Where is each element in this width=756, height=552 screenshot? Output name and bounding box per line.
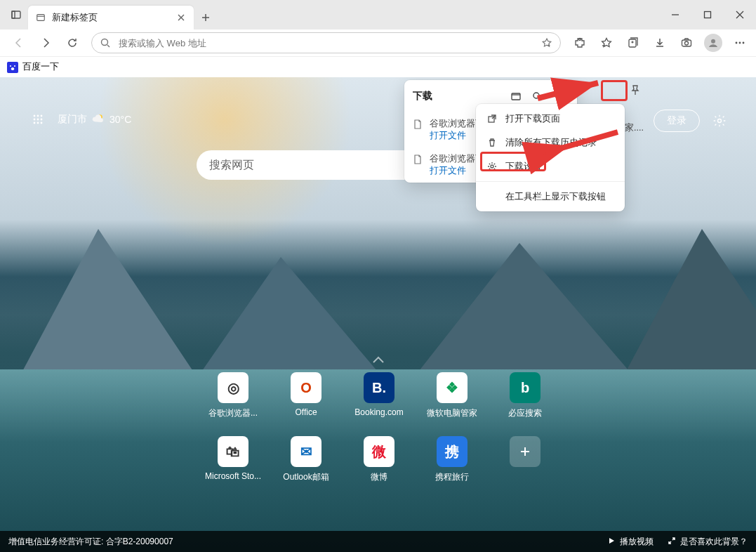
play-icon: [607, 537, 616, 547]
window-close-button[interactable]: [724, 0, 756, 29]
quick-link-tile[interactable]: ◎谷歌浏览器...: [197, 372, 270, 419]
svg-point-11: [739, 42, 741, 44]
svg-rect-3: [705, 12, 711, 18]
quick-link-tile[interactable]: B.Booking.com: [343, 372, 416, 419]
expand-caret-icon[interactable]: [371, 353, 386, 371]
svg-point-24: [718, 119, 722, 123]
footer-license: 增值电信业务经营许可证: 合字B2-20090007: [8, 536, 173, 548]
footer-like-background[interactable]: 是否喜欢此背景？: [668, 536, 748, 548]
bookmark-favicon-icon: [7, 62, 18, 73]
menu-separator: [476, 181, 625, 182]
plus-icon: [510, 436, 541, 467]
ntp-footer: 增值电信业务经营许可证: 合字B2-20090007 播放视频 是否喜欢此背景？: [0, 531, 756, 552]
quick-link-tile[interactable]: 携携程旅行: [416, 436, 489, 483]
tile-icon: B.: [364, 372, 394, 403]
avatar-icon: [704, 34, 722, 52]
favorite-star-icon[interactable]: [539, 35, 555, 51]
quick-link-tile[interactable]: ❖微软电脑管家: [416, 372, 489, 419]
tile-label: 微软电脑管家: [427, 407, 477, 419]
weather-widget[interactable]: 厦门市 30°C: [58, 112, 131, 128]
menu-show-toolbar-button[interactable]: 在工具栏上显示下载按钮: [476, 185, 625, 209]
tile-label: 谷歌浏览器...: [208, 407, 258, 419]
open-external-icon: [486, 114, 498, 124]
tile-icon: ❖: [437, 372, 467, 403]
ntp-topbar: 厦门市 30°C: [28, 110, 131, 129]
app-menu-button[interactable]: [727, 31, 753, 55]
search-icon: [98, 35, 113, 51]
tile-icon: ✉: [291, 436, 321, 467]
svg-point-22: [41, 122, 43, 124]
extensions-button[interactable]: [566, 31, 593, 55]
window-maximize-button[interactable]: [691, 0, 724, 29]
window-minimize-button[interactable]: [659, 0, 691, 29]
quick-link-tile[interactable]: ✉Outlook邮箱: [270, 436, 343, 483]
bookmarks-bar: 百度一下: [0, 56, 756, 77]
tabstrip: 新建标签页: [0, 0, 659, 29]
tab-title: 新建标签页: [52, 12, 170, 24]
window-controls: [659, 0, 756, 29]
address-bar[interactable]: [91, 32, 561, 53]
svg-point-21: [37, 122, 39, 124]
quick-link-tile[interactable]: b必应搜索: [489, 372, 562, 419]
weather-icon: [91, 112, 105, 128]
tile-icon: 🛍: [218, 436, 248, 467]
tab-close-icon[interactable]: [175, 12, 187, 23]
tile-label: 微博: [371, 471, 387, 483]
collections-button[interactable]: [620, 31, 646, 55]
ntp-search-placeholder: 搜索网页: [209, 158, 254, 173]
add-tile-button[interactable]: [489, 436, 562, 483]
ntp-settings-button[interactable]: [708, 110, 731, 132]
tile-label: 必应搜索: [508, 407, 542, 419]
apps-launcher-button[interactable]: [28, 110, 48, 129]
quick-link-tile[interactable]: OOffice: [270, 372, 343, 419]
tile-label: Outlook邮箱: [283, 471, 329, 483]
screenshot-button[interactable]: [673, 31, 700, 55]
tile-icon: ◎: [218, 372, 248, 403]
nav-toolbar: [0, 29, 756, 56]
downloads-open-folder-icon[interactable]: [505, 87, 526, 105]
tile-label: 携程旅行: [435, 471, 469, 483]
svg-point-16: [41, 115, 43, 117]
tab-actions-button[interactable]: [4, 3, 28, 27]
annotation-arrow-icon: [555, 128, 625, 159]
svg-rect-2: [37, 15, 45, 21]
footer-play-video[interactable]: 播放视频: [607, 536, 654, 548]
pin-icon[interactable]: [629, 84, 642, 100]
tile-icon: O: [291, 372, 321, 403]
svg-point-10: [736, 42, 738, 44]
profile-button[interactable]: [700, 31, 727, 55]
trash-icon: [486, 138, 498, 147]
quick-link-tile[interactable]: 微微博: [343, 436, 416, 483]
svg-point-19: [41, 119, 43, 121]
quick-links-grid: ◎谷歌浏览器...OOfficeB.Booking.com❖微软电脑管家b必应搜…: [197, 372, 562, 483]
browser-tab[interactable]: 新建标签页: [28, 6, 194, 29]
weather-temp: 30°C: [110, 114, 131, 125]
new-tab-button[interactable]: [194, 6, 218, 29]
address-input[interactable]: [119, 38, 533, 48]
svg-rect-7: [682, 40, 691, 46]
svg-rect-1: [12, 11, 15, 18]
downloads-title: 下载: [413, 90, 432, 103]
background-text-fragment: 家....: [625, 122, 644, 134]
annotation-highlight-settings: [480, 152, 546, 171]
back-button[interactable]: [6, 31, 32, 55]
titlebar: 新建标签页: [0, 0, 756, 29]
tile-label: Microsoft Sto...: [205, 471, 261, 481]
downloads-button[interactable]: [646, 31, 673, 55]
forward-button[interactable]: [32, 31, 59, 55]
svg-point-8: [685, 41, 689, 45]
login-button[interactable]: 登录: [654, 110, 700, 132]
tile-icon: b: [510, 372, 541, 403]
svg-point-4: [102, 39, 108, 46]
favorites-button[interactable]: [593, 31, 620, 55]
refresh-button[interactable]: [59, 31, 86, 55]
menu-open-downloads-page[interactable]: 打开下载页面: [476, 107, 625, 131]
file-icon: [413, 155, 424, 166]
quick-link-tile[interactable]: 🛍Microsoft Sto...: [197, 436, 270, 483]
svg-point-20: [34, 122, 36, 124]
bookmark-item[interactable]: 百度一下: [22, 61, 59, 73]
svg-point-17: [34, 119, 36, 121]
tile-label: Booking.com: [354, 407, 403, 417]
weather-location: 厦门市: [58, 113, 87, 126]
svg-point-14: [34, 115, 36, 117]
